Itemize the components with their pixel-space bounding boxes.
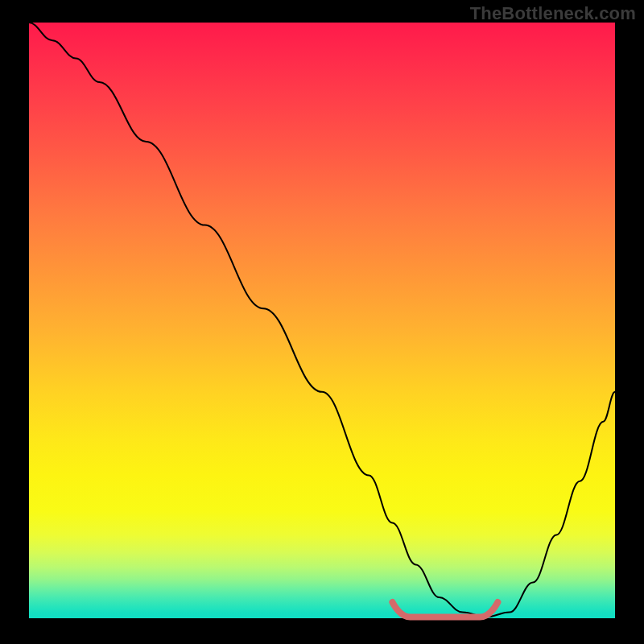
chart-overlay <box>29 23 615 618</box>
minimum-highlight <box>392 602 497 617</box>
watermark-text: TheBottleneck.com <box>470 3 636 24</box>
chart-frame: TheBottleneck.com <box>0 0 644 644</box>
bottleneck-curve-line <box>29 23 615 617</box>
